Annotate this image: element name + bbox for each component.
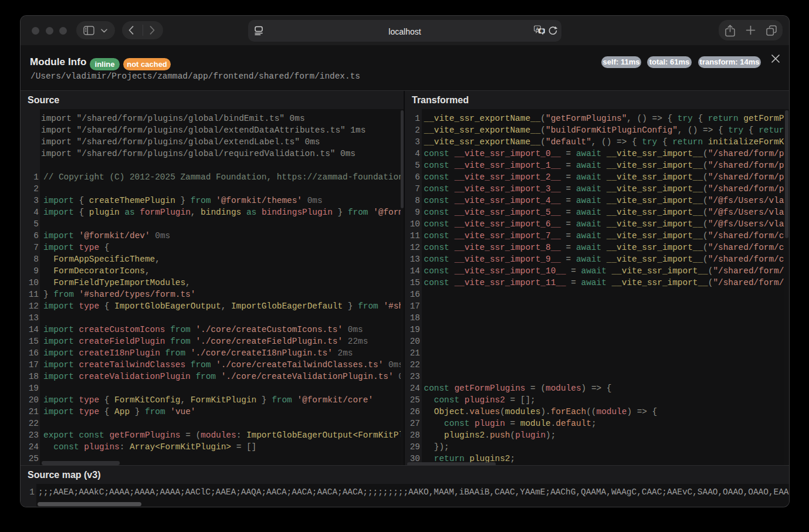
svg-text:✱: ✱ — [540, 28, 544, 34]
